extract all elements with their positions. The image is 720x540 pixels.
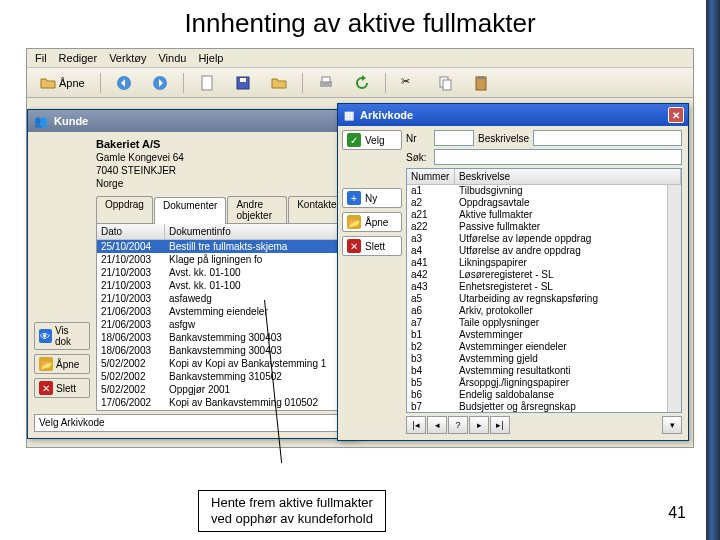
table-row[interactable]: a2Oppdragsavtale [407,197,681,209]
table-row[interactable]: 5/02/2002Kopi av Kopi av Bankavstemming … [97,357,349,370]
table-row[interactable]: a42Løsøreregisteret - SL [407,269,681,281]
slett-button[interactable]: ✕Slett [34,378,90,398]
table-row[interactable]: 17/06/2002adgunderskrevet beretning [97,409,349,411]
sok-input[interactable] [434,149,682,165]
folder-icon [271,75,287,91]
record-nav: |◂ ◂ ? ▸ ▸| ▾ [406,416,682,434]
vis-dok-button[interactable]: 👁Vis dok [34,322,90,350]
table-row[interactable]: b5Årsoppgj./ligningspapirer [407,377,681,389]
copy-button[interactable] [430,72,460,94]
contacts-icon: 👥 [34,115,48,128]
arkiv-titlebar[interactable]: ▦ Arkivkode ✕ [338,104,688,126]
arkiv-right-panel: Nr Beskrivelse Søk: Nummer Beskrivelse a… [406,130,682,434]
table-row[interactable]: 5/02/2002Oppgjør 2001 [97,383,349,396]
plus-icon: + [347,191,361,205]
arkiv-actions: ✓Velg +Ny 📂Åpne ✕Slett [342,130,402,256]
table-row[interactable]: 21/06/2003Avstemming eiendeler [97,305,349,318]
table-row[interactable]: b4Avstemming resultatkonti [407,365,681,377]
table-row[interactable]: a4Utførelse av andre oppdrag [407,245,681,257]
delete-icon: ✕ [39,381,53,395]
nav-first[interactable]: |◂ [406,416,426,434]
toolbar: Åpne ✂ [27,68,693,98]
forward-button[interactable] [145,72,175,94]
table-row[interactable]: 21/06/2003asfgw [97,318,349,331]
slett-arkiv-button[interactable]: ✕Slett [342,236,402,256]
nav-find[interactable]: ? [448,416,468,434]
tab-andre-objekter[interactable]: Andre objekter [227,196,287,223]
svg-rect-4 [240,78,246,82]
save-button[interactable] [228,72,258,94]
open-icon: 📂 [347,215,361,229]
table-row[interactable]: a21Aktive fullmakter [407,209,681,221]
table-row[interactable]: a5Utarbeiding av regnskapsføring [407,293,681,305]
menu-verktoy[interactable]: Verktøy [109,52,146,64]
document-icon [199,75,215,91]
menubar: Fil Rediger Verktøy Vindu Hjelp [27,49,693,68]
table-row[interactable]: a22Passive fullmakter [407,221,681,233]
separator [385,73,386,93]
menu-vindu[interactable]: Vindu [158,52,186,64]
scrollbar[interactable] [667,185,681,412]
table-row[interactable]: 21/10/2003Klage på ligningen fo [97,253,349,266]
nav-last[interactable]: ▸| [490,416,510,434]
table-row[interactable]: a41Likningspapirer [407,257,681,269]
table-row[interactable]: a6Arkiv, protokoller [407,305,681,317]
table-row[interactable]: a3Utførelse av løpende oppdrag [407,233,681,245]
table-row[interactable]: b6Endelig saldobalanse [407,389,681,401]
table-row[interactable]: b1Avstemminger [407,329,681,341]
forward-icon [152,75,168,91]
separator [183,73,184,93]
tab-dokumenter[interactable]: Dokumenter [154,197,226,224]
table-row[interactable]: 25/10/2004Bestill tre fullmakts-skjema [97,240,349,253]
print-button[interactable] [311,72,341,94]
table-row[interactable]: a43Enhetsregisteret - SL [407,281,681,293]
menu-hjelp[interactable]: Hjelp [198,52,223,64]
nav-dropdown[interactable]: ▾ [662,416,682,434]
svg-rect-8 [443,80,451,90]
choose-arkivkode[interactable]: Velg Arkivkode [34,414,350,432]
table-row[interactable]: 18/06/2003Bankavstemming 300403 [97,331,349,344]
ny-button[interactable]: +Ny [342,188,402,208]
table-row[interactable]: a7Taile opplysninger [407,317,681,329]
svg-rect-2 [202,76,212,90]
menu-rediger[interactable]: Rediger [59,52,98,64]
kunde-titlebar[interactable]: 👥 Kunde [28,110,356,132]
table-row[interactable]: 18/06/2003Bankavstemming 300403 [97,344,349,357]
kunde-country: Norge [96,178,123,189]
table-row[interactable]: b2Avstemminger eiendeler [407,341,681,353]
arkiv-list[interactable]: Nummer Beskrivelse a1Tilbudsgivninga2Opp… [406,168,682,413]
nr-input[interactable] [434,130,474,146]
table-row[interactable]: 21/10/2003Avst. kk. 01-100 [97,279,349,292]
velg-button[interactable]: ✓Velg [342,130,402,150]
back-button[interactable] [109,72,139,94]
refresh-button[interactable] [347,72,377,94]
table-row[interactable]: 17/06/2002Kopi av Bankavstemming 010502 [97,396,349,409]
col-dato[interactable]: Dato [97,224,165,239]
table-row[interactable]: 21/10/2003Avst. kk. 01-100 [97,266,349,279]
table-row[interactable]: a1Tilbudsgivning [407,185,681,197]
sok-label: Søk: [406,152,430,163]
folder-button[interactable] [264,72,294,94]
new-doc-button[interactable] [192,72,222,94]
col-nummer[interactable]: Nummer [407,169,455,184]
table-row[interactable]: 21/10/2003asfawedg [97,292,349,305]
tab-oppdrag[interactable]: Oppdrag [96,196,153,223]
paste-button[interactable] [466,72,496,94]
document-list[interactable]: Dato Dokumentinfo 25/10/2004Bestill tre … [96,223,350,411]
close-button[interactable]: ✕ [668,107,684,123]
kunde-tabs: Oppdrag Dokumenter Andre objekter Kontak… [96,196,350,224]
nav-next[interactable]: ▸ [469,416,489,434]
cut-button[interactable]: ✂ [394,72,424,94]
apne-arkiv-button[interactable]: 📂Åpne [342,212,402,232]
kunde-info: Bakeriet A/S Gamle Kongevei 64 7040 STEI… [96,138,350,190]
menu-fil[interactable]: Fil [35,52,47,64]
apne-button[interactable]: 📂Åpne [34,354,90,374]
open-button[interactable]: Åpne [33,72,92,94]
col-dokumentinfo[interactable]: Dokumentinfo [165,224,349,239]
nav-prev[interactable]: ◂ [427,416,447,434]
table-row[interactable]: 5/02/2002Bankavstemming 310502 [97,370,349,383]
table-row[interactable]: b7Budsjetter og årsregnskap [407,401,681,413]
col-beskrivelse[interactable]: Beskrivelse [455,169,681,184]
table-row[interactable]: b3Avstemming gjeld [407,353,681,365]
besk-input[interactable] [533,130,682,146]
